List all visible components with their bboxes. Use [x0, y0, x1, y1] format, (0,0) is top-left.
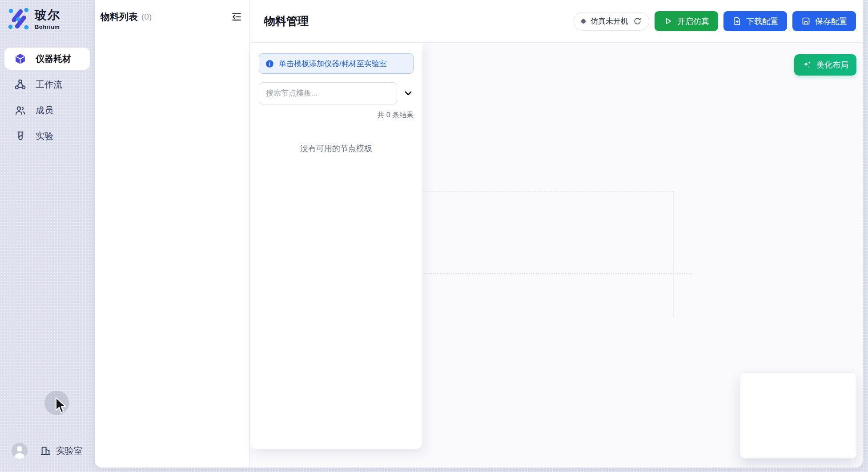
- download-config-button[interactable]: 下载配置: [723, 11, 787, 31]
- minimap-panel[interactable]: [740, 372, 857, 459]
- sidebar-item-label: 实验: [36, 130, 53, 142]
- info-icon: [265, 59, 274, 68]
- header-actions: 仿真未开机 开启仿真 下载配置: [574, 11, 856, 31]
- chevron-down-icon[interactable]: [403, 88, 414, 99]
- material-list-title: 物料列表: [100, 11, 138, 23]
- bohrium-logo-icon: [7, 7, 30, 30]
- sidebar-footer: 实验室: [0, 443, 95, 459]
- page-header: 物料管理 仿真未开机 开启仿真: [250, 0, 863, 43]
- workflow-icon: [14, 79, 26, 91]
- lab-switcher[interactable]: 实验室: [40, 445, 83, 457]
- avatar-person-icon: [12, 443, 28, 459]
- template-hint-banner: 单击模板添加仪器/耗材至实验室: [259, 53, 414, 74]
- template-search-row: [259, 82, 414, 104]
- canvas-guide-line: [422, 191, 673, 192]
- building-icon: [40, 445, 51, 456]
- sidebar-item-experiment[interactable]: 实验: [4, 125, 90, 147]
- search-input[interactable]: [259, 82, 397, 104]
- brand-text: 玻尔 Bohrium: [35, 7, 60, 30]
- collapse-panel-icon[interactable]: [231, 11, 242, 23]
- beautify-layout-label: 美化布局: [816, 60, 848, 70]
- experiment-icon: [14, 130, 26, 142]
- sidebar-nav: 仪器耗材 工作流 成员: [0, 48, 95, 151]
- sidebar: 玻尔 Bohrium 仪器耗材 工作流: [0, 0, 95, 472]
- avatar[interactable]: [12, 443, 28, 459]
- sidebar-item-label: 成员: [36, 104, 53, 116]
- cube-icon: [14, 53, 26, 65]
- simulation-status-pill: 仿真未开机: [574, 12, 649, 31]
- play-icon: [663, 16, 673, 26]
- save-icon: [801, 16, 811, 26]
- status-dot-icon: [581, 19, 586, 24]
- sidebar-item-label: 工作流: [36, 79, 62, 91]
- save-config-label: 保存配置: [815, 16, 847, 27]
- simulation-status-text: 仿真未开机: [591, 16, 628, 26]
- sparkles-icon: [802, 60, 812, 70]
- app-window: 物料列表 (0) 物料管理 仿真未开机: [95, 0, 863, 468]
- template-hint-text: 单击模板添加仪器/耗材至实验室: [279, 59, 387, 69]
- sidebar-item-members[interactable]: 成员: [4, 99, 90, 121]
- sidebar-item-workflow[interactable]: 工作流: [4, 73, 90, 96]
- material-list-count: (0): [141, 12, 152, 22]
- download-config-label: 下载配置: [746, 16, 778, 27]
- start-simulation-button[interactable]: 开启仿真: [655, 11, 718, 31]
- node-template-panel: 单击模板添加仪器/耗材至实验室 共 0 条结果 没有可用的节点模板: [250, 43, 422, 449]
- brand-name: 玻尔: [35, 7, 60, 23]
- search-result-count: 共 0 条结果: [250, 111, 414, 120]
- empty-templates-text: 没有可用的节点模板: [250, 143, 422, 154]
- file-download-icon: [732, 16, 742, 26]
- start-simulation-label: 开启仿真: [677, 16, 709, 27]
- sidebar-item-label: 仪器耗材: [36, 53, 71, 65]
- sidebar-item-instruments[interactable]: 仪器耗材: [4, 48, 90, 70]
- refresh-icon[interactable]: [633, 17, 642, 25]
- material-list-header: 物料列表 (0): [95, 0, 249, 34]
- canvas-guide-line: [673, 191, 674, 317]
- members-icon: [14, 104, 26, 116]
- save-config-button[interactable]: 保存配置: [792, 11, 856, 31]
- beautify-layout-button[interactable]: 美化布局: [794, 54, 856, 76]
- brand-logo: 玻尔 Bohrium: [0, 0, 95, 30]
- canvas-guide-line: [422, 273, 692, 274]
- main-area: 物料管理 仿真未开机 开启仿真: [250, 0, 863, 468]
- page-title: 物料管理: [264, 14, 309, 28]
- flow-canvas[interactable]: 单击模板添加仪器/耗材至实验室 共 0 条结果 没有可用的节点模板 美化布: [250, 43, 863, 468]
- material-list-panel: 物料列表 (0): [95, 0, 250, 468]
- lab-label: 实验室: [56, 445, 83, 457]
- brand-subtitle: Bohrium: [35, 24, 60, 30]
- mouse-cursor: [53, 397, 67, 415]
